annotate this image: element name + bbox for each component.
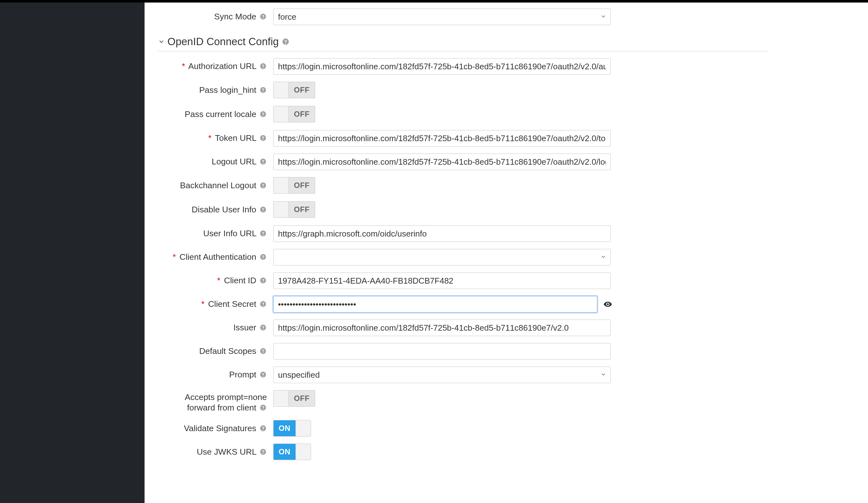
- help-icon[interactable]: [259, 182, 267, 189]
- label-issuer: Issuer: [157, 322, 273, 333]
- help-icon[interactable]: [259, 62, 267, 70]
- label-client-authentication: * Client Authentication: [157, 252, 273, 262]
- client-authentication-select[interactable]: [273, 249, 611, 265]
- help-icon[interactable]: [259, 448, 267, 456]
- label-use-jwks-url: Use JWKS URL: [157, 447, 273, 457]
- row-backchannel-logout: Backchannel Logout OFF: [157, 174, 867, 198]
- toggle-knob: [273, 202, 289, 218]
- help-icon[interactable]: [282, 38, 289, 46]
- chevron-down-icon: [600, 12, 607, 22]
- label-text: Client Secret: [208, 299, 256, 309]
- toggle-knob: [296, 444, 311, 460]
- logout-url-input[interactable]: [273, 153, 611, 170]
- reveal-password-button[interactable]: [601, 296, 614, 313]
- toggle-knob: [273, 106, 289, 122]
- help-icon[interactable]: [259, 13, 267, 20]
- label-text: Authorization URL: [188, 61, 256, 71]
- help-icon[interactable]: [259, 158, 267, 165]
- help-icon[interactable]: [259, 206, 267, 213]
- use-jwks-url-toggle[interactable]: ON: [273, 444, 311, 460]
- token-url-input[interactable]: [273, 130, 611, 147]
- toggle-state: OFF: [289, 202, 315, 218]
- help-icon[interactable]: [259, 276, 267, 284]
- label-text: Pass current locale: [185, 109, 256, 119]
- label-backchannel-logout: Backchannel Logout: [157, 180, 273, 191]
- sidebar: [0, 2, 145, 503]
- help-icon[interactable]: [259, 253, 267, 261]
- main-content: Sync Mode force: [145, 2, 868, 503]
- help-icon[interactable]: [259, 324, 267, 331]
- toggle-knob: [273, 82, 289, 98]
- label-accepts-prompt-none: Accepts prompt=none forward from client: [157, 390, 273, 413]
- help-icon[interactable]: [259, 86, 267, 94]
- client-id-input[interactable]: [273, 272, 611, 289]
- sync-mode-select-value: force: [278, 12, 597, 22]
- label-text: Default Scopes: [199, 346, 256, 356]
- label-token-url: * Token URL: [157, 133, 273, 143]
- label-disable-user-info: Disable User Info: [157, 204, 273, 215]
- row-validate-signatures: Validate Signatures ON: [157, 416, 867, 440]
- row-client-authentication: * Client Authentication: [157, 245, 867, 269]
- label-client-id: * Client ID: [157, 275, 273, 286]
- row-use-jwks-url: Use JWKS URL ON: [157, 440, 867, 464]
- user-info-url-input[interactable]: [273, 225, 611, 242]
- default-scopes-input[interactable]: [273, 343, 611, 360]
- required-marker: *: [217, 276, 220, 285]
- label-pass-current-locale: Pass current locale: [157, 109, 273, 120]
- required-marker: *: [208, 133, 211, 143]
- label-text: Backchannel Logout: [180, 181, 256, 190]
- label-text: Disable User Info: [192, 205, 256, 214]
- prompt-select[interactable]: unspecified: [273, 366, 611, 383]
- toggle-state: OFF: [289, 106, 315, 122]
- label-text: Issuer: [233, 323, 256, 332]
- authorization-url-input[interactable]: [273, 58, 611, 75]
- row-client-secret: * Client Secret: [157, 292, 867, 316]
- disable-user-info-toggle[interactable]: OFF: [273, 201, 315, 218]
- label-default-scopes: Default Scopes: [157, 346, 273, 356]
- toggle-state: ON: [273, 444, 296, 460]
- toggle-knob: [273, 178, 289, 193]
- backchannel-logout-toggle[interactable]: OFF: [273, 177, 315, 194]
- row-authorization-url: * Authorization URL: [157, 55, 867, 78]
- label-text: Prompt: [229, 370, 256, 379]
- label-user-info-url: User Info URL: [157, 228, 273, 239]
- accepts-prompt-none-toggle[interactable]: OFF: [273, 390, 315, 407]
- label-text: Accepts prompt=none forward from client: [185, 392, 267, 412]
- pass-login-hint-toggle[interactable]: OFF: [273, 82, 315, 98]
- toggle-state: OFF: [289, 82, 315, 98]
- client-secret-input[interactable]: [273, 296, 597, 313]
- row-user-info-url: User Info URL: [157, 222, 867, 245]
- help-icon[interactable]: [259, 404, 267, 411]
- label-text: User Info URL: [203, 229, 256, 238]
- help-icon[interactable]: [259, 347, 267, 355]
- section-openid-connect-config[interactable]: OpenID Connect Config: [157, 36, 767, 51]
- toggle-state: OFF: [289, 178, 315, 193]
- label-text: Client Authentication: [179, 252, 256, 262]
- form-area: Sync Mode force: [145, 5, 867, 464]
- row-accepts-prompt-none: Accepts prompt=none forward from client …: [157, 386, 867, 416]
- label-sync-mode: Sync Mode: [157, 11, 273, 22]
- label-text: Client ID: [224, 276, 256, 285]
- help-icon[interactable]: [259, 134, 267, 142]
- section-title: OpenID Connect Config: [167, 36, 279, 48]
- pass-current-locale-toggle[interactable]: OFF: [273, 106, 315, 122]
- row-sync-mode: Sync Mode force: [157, 5, 867, 29]
- help-icon[interactable]: [259, 300, 267, 308]
- sync-mode-select[interactable]: force: [273, 9, 611, 25]
- label-text: Sync Mode: [214, 12, 256, 21]
- label-text: Token URL: [215, 133, 256, 143]
- row-disable-user-info: Disable User Info OFF: [157, 198, 867, 222]
- issuer-input[interactable]: [273, 320, 611, 336]
- help-icon[interactable]: [259, 371, 267, 378]
- validate-signatures-toggle[interactable]: ON: [273, 420, 311, 436]
- toggle-state: OFF: [289, 391, 315, 406]
- required-marker: *: [201, 299, 204, 309]
- help-icon[interactable]: [259, 424, 267, 432]
- help-icon[interactable]: [259, 230, 267, 237]
- chevron-down-icon: [157, 38, 166, 46]
- label-validate-signatures: Validate Signatures: [157, 423, 273, 434]
- help-icon[interactable]: [259, 110, 267, 118]
- row-default-scopes: Default Scopes: [157, 340, 867, 363]
- label-client-secret: * Client Secret: [157, 299, 273, 309]
- row-logout-url: Logout URL: [157, 150, 867, 174]
